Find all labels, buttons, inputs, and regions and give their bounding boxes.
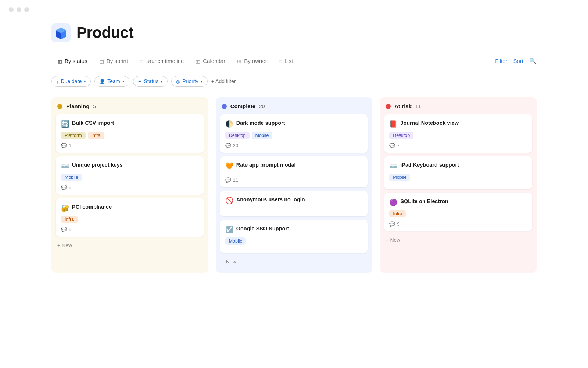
tag-mobile[interactable]: Mobile — [252, 132, 273, 139]
bulk-csv-title: Bulk CSV import — [72, 120, 114, 127]
launch-timeline-icon: ≡ — [140, 58, 143, 64]
google-sso-icon: ☑️ — [225, 226, 233, 234]
dot-planning — [57, 104, 62, 109]
tag-mobile[interactable]: Mobile — [389, 174, 410, 181]
unique-keys-comments: 💬 5 — [61, 185, 199, 190]
at-risk-new-button[interactable]: + New — [384, 235, 532, 245]
comment-icon: 💬 — [225, 177, 231, 183]
journal-tags: Desktop — [389, 132, 527, 139]
card-title-row: 🌓 Dark mode support — [225, 120, 363, 128]
by-owner-icon: ⊞ — [237, 58, 241, 64]
col-title-planning: Planning — [66, 103, 89, 109]
card-rate-app: 🧡 Rate app prompt modal 💬 11 — [220, 156, 368, 187]
tab-calendar[interactable]: ▦ Calendar — [190, 54, 231, 68]
sort-button[interactable]: Sort — [513, 58, 523, 64]
card-title-row: 🔐 PCI compliance — [61, 204, 199, 212]
dark-mode-title: Dark mode support — [236, 120, 285, 127]
traffic-light-red[interactable] — [9, 7, 14, 12]
traffic-lights — [0, 0, 588, 16]
pci-title: PCI compliance — [72, 204, 112, 211]
card-anonymous-users: 🚫 Anonymous users no login — [220, 191, 368, 216]
tab-by-sprint[interactable]: ▤ By sprint — [93, 54, 134, 68]
filter-button[interactable]: Filter — [495, 58, 507, 64]
ipad-keyboard-title: iPad Keyboard support — [400, 162, 459, 169]
page-header: Product — [51, 23, 537, 42]
tag-desktop[interactable]: Desktop — [389, 132, 413, 139]
add-filter-button[interactable]: + Add filter — [211, 78, 236, 84]
card-ipad-keyboard: ⌨️ iPad Keyboard support Mobile — [384, 156, 532, 189]
by-status-icon: ▦ — [57, 58, 62, 64]
dark-mode-icon: 🌓 — [225, 120, 233, 128]
col-count-at-risk: 11 — [415, 103, 421, 109]
traffic-light-green[interactable] — [24, 7, 29, 12]
col-header-at-risk: At risk 11 — [384, 103, 532, 109]
bulk-csv-comments: 💬 1 — [61, 143, 199, 148]
journal-title: Journal Notebook view — [400, 120, 459, 127]
tab-by-owner[interactable]: ⊞ By owner — [231, 54, 273, 68]
unique-keys-title: Unique project keys — [72, 162, 123, 169]
col-title-at-risk: At risk — [394, 103, 412, 109]
col-count-complete: 20 — [259, 103, 265, 109]
dark-mode-comments: 💬 20 — [225, 143, 363, 148]
rate-app-title: Rate app prompt modal — [236, 162, 296, 169]
tag-desktop[interactable]: Desktop — [225, 132, 250, 139]
planning-new-button[interactable]: + New — [56, 240, 204, 251]
traffic-light-yellow[interactable] — [17, 7, 21, 12]
tag-platform[interactable]: Platform — [61, 132, 86, 139]
filters-bar: ↑ Due date ▾ 👤 Team ▾ ✦ Status ▾ ◎ Prior… — [51, 76, 537, 87]
card-title-row: 🚫 Anonymous users no login — [225, 196, 363, 205]
card-title-row: ☑️ Google SSO Support — [225, 225, 363, 234]
calendar-icon: ▦ — [196, 58, 200, 64]
card-title-row: ⌨️ Unique project keys — [61, 162, 199, 170]
tag-infra[interactable]: Infra — [88, 132, 104, 139]
comment-icon: 💬 — [225, 143, 231, 148]
due-date-chevron: ▾ — [84, 79, 86, 84]
rate-app-comments: 💬 11 — [225, 177, 363, 183]
col-header-complete: Complete 20 — [220, 103, 368, 109]
anonymous-title: Anonymous users no login — [236, 196, 305, 204]
sqlite-comments: 💬 9 — [389, 221, 527, 227]
dot-at-risk — [386, 104, 391, 109]
column-complete: Complete 20 🌓 Dark mode support Desktop … — [216, 97, 373, 273]
journal-icon: 📕 — [389, 120, 397, 128]
comment-icon: 💬 — [389, 143, 395, 148]
tag-infra[interactable]: Infra — [61, 216, 78, 223]
comment-icon: 💬 — [61, 227, 67, 232]
column-at-risk: At risk 11 📕 Journal Notebook view Deskt… — [380, 97, 537, 273]
card-pci-compliance: 🔐 PCI compliance Infra 💬 5 — [56, 198, 204, 237]
priority-chevron: ▾ — [201, 79, 203, 84]
filter-priority[interactable]: ◎ Priority ▾ — [171, 76, 208, 87]
complete-new-button[interactable]: + New — [220, 256, 368, 267]
page-title: Product — [76, 24, 133, 42]
google-sso-title: Google SSO Support — [236, 225, 289, 233]
tabs-actions: Filter Sort 🔍 — [495, 57, 537, 65]
tag-infra[interactable]: Infra — [389, 210, 406, 217]
status-chevron: ▾ — [161, 79, 163, 84]
filter-due-date[interactable]: ↑ Due date ▾ — [51, 76, 91, 87]
unique-keys-icon: ⌨️ — [61, 162, 69, 170]
sqlite-title: SQLite on Electron — [400, 198, 448, 205]
col-count-planning: 5 — [93, 103, 96, 109]
tag-mobile[interactable]: Mobile — [225, 237, 246, 245]
sqlite-icon: 🟣 — [389, 198, 397, 206]
bulk-csv-icon: 🔄 — [61, 120, 69, 128]
google-sso-tags: Mobile — [225, 237, 363, 245]
filter-status[interactable]: ✦ Status ▾ — [133, 76, 168, 87]
card-title-row: 🔄 Bulk CSV import — [61, 120, 199, 128]
tab-list[interactable]: ≡ List — [273, 54, 299, 68]
bulk-csv-tags: Platform Infra — [61, 132, 199, 139]
filter-team[interactable]: 👤 Team ▾ — [94, 76, 129, 87]
sqlite-tags: Infra — [389, 210, 527, 217]
dark-mode-tags: Desktop Mobile — [225, 132, 363, 139]
search-button[interactable]: 🔍 — [529, 57, 537, 64]
tab-launch-timeline[interactable]: ≡ Launch timeline — [134, 54, 190, 68]
card-title-row: 🟣 SQLite on Electron — [389, 198, 527, 206]
by-sprint-icon: ▤ — [99, 58, 104, 64]
status-icon: ✦ — [138, 79, 142, 84]
comment-icon: 💬 — [61, 143, 67, 148]
tab-by-status[interactable]: ▦ By status — [51, 54, 93, 68]
product-icon — [51, 23, 71, 42]
ipad-keyboard-icon: ⌨️ — [389, 162, 397, 170]
tag-mobile[interactable]: Mobile — [61, 174, 82, 181]
tabs-bar: ▦ By status ▤ By sprint ≡ Launch timelin… — [51, 54, 537, 68]
